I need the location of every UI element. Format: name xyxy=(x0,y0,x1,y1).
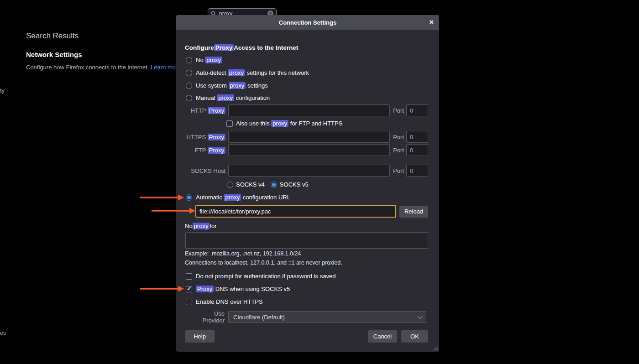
ftp-proxy-row: FTP Proxy Port xyxy=(185,144,428,156)
https-proxy-label: HTTPS Proxy xyxy=(185,134,225,140)
dns-provider-select[interactable]: Cloudflare (Default) xyxy=(228,311,426,323)
label-text: for xyxy=(210,223,216,229)
socks-version-row: SOCKS v4 SOCKS v5 xyxy=(227,181,428,188)
label-text: Automatic xyxy=(196,194,224,201)
ok-button[interactable]: OK xyxy=(401,330,428,343)
radio-icon[interactable] xyxy=(186,70,192,76)
help-button[interactable]: Help xyxy=(185,330,215,343)
annotation-arrow xyxy=(152,208,195,215)
ftp-proxy-label: FTP Proxy xyxy=(185,147,225,154)
use-provider-label: Use Provider xyxy=(195,310,225,324)
checkbox-label: Proxy DNS when using SOCKS v5 xyxy=(196,286,290,292)
port-label: Port xyxy=(393,134,404,140)
checkbox-row-dns-over-https[interactable]: Enable DNS over HTTPS xyxy=(186,298,428,305)
radio-label: Manual proxy configuration xyxy=(196,94,270,101)
checkbox-row-proxy-dns-socks5[interactable]: Proxy DNS when using SOCKS v5 xyxy=(186,286,428,292)
label-text: HTTPS xyxy=(187,134,208,140)
selected-provider-value: Cloudflare (Default) xyxy=(233,314,285,321)
label-text: DNS when using SOCKS v5 xyxy=(214,286,290,292)
learn-more-link[interactable]: Learn mor xyxy=(151,64,178,71)
checkbox-row-no-auth-prompt[interactable]: Do not prompt for authentication if pass… xyxy=(186,273,428,280)
radio-row-manual-proxy[interactable]: Manual proxy configuration xyxy=(186,94,428,101)
label-text: settings xyxy=(246,82,267,89)
radio-icon[interactable] xyxy=(186,83,192,89)
search-results-title: Search Results xyxy=(26,31,79,41)
reload-button[interactable]: Reload xyxy=(399,206,428,218)
socks-port-input[interactable] xyxy=(406,165,428,177)
search-highlight: Proxy xyxy=(196,286,214,292)
search-highlight: proxy xyxy=(224,194,241,201)
search-highlight: proxy xyxy=(271,120,288,127)
search-highlight: proxy xyxy=(217,94,234,101)
search-highlight: Proxy xyxy=(208,107,225,114)
label-text: SOCKS Host xyxy=(191,167,225,174)
http-proxy-row: HTTP Proxy Port xyxy=(185,104,428,116)
dialog-footer: Help Cancel OK xyxy=(185,330,428,343)
also-use-proxy-row[interactable]: Also use this proxy for FTP and HTTPS xyxy=(226,120,428,127)
label-text: Manual xyxy=(196,94,217,101)
socks-host-input[interactable] xyxy=(228,165,390,177)
ftp-port-input[interactable] xyxy=(406,144,428,156)
radio-icon[interactable] xyxy=(271,182,277,188)
radio-icon[interactable] xyxy=(186,95,192,101)
radio-row-auto-url[interactable]: Automatic proxy configuration URL xyxy=(186,194,428,201)
close-icon[interactable]: × xyxy=(429,18,434,27)
socks-v4-label: SOCKS v4 xyxy=(236,181,265,188)
radio-row-system-proxy[interactable]: Use system proxy settings xyxy=(186,82,428,89)
label-text: Configure xyxy=(185,44,214,51)
dialog-title: Connection Settings xyxy=(279,19,336,26)
http-proxy-label: HTTP Proxy xyxy=(185,107,225,114)
http-proxy-input[interactable] xyxy=(228,104,390,116)
radio-row-auto-detect[interactable]: Auto-detect proxy settings for this netw… xyxy=(186,69,428,76)
https-proxy-input[interactable] xyxy=(228,131,390,143)
no-proxy-for-textarea[interactable] xyxy=(185,232,428,249)
radio-icon[interactable] xyxy=(186,57,192,63)
network-settings-title: Network Settings xyxy=(26,51,82,58)
label-text: settings for this network xyxy=(245,69,309,76)
checkbox-label: Enable DNS over HTTPS xyxy=(196,298,263,305)
radio-label: Use system proxy settings xyxy=(196,82,268,89)
label-text: Do not prompt for authentication if pass… xyxy=(196,273,335,280)
ftp-proxy-input[interactable] xyxy=(228,144,390,156)
radio-icon[interactable] xyxy=(186,194,192,201)
http-port-input[interactable] xyxy=(406,104,428,116)
label-text: Access to the Internet xyxy=(234,44,298,51)
connection-settings-dialog: Connection Settings × Configure Proxy Ac… xyxy=(176,15,439,352)
search-highlight: proxy xyxy=(228,69,245,76)
port-label: Port xyxy=(393,147,404,154)
dns-provider-row: Use Provider Cloudflare (Default) xyxy=(195,310,426,324)
auto-proxy-url-input[interactable] xyxy=(195,205,396,218)
search-highlight: proxy xyxy=(205,57,222,63)
checkbox-icon[interactable] xyxy=(186,299,192,305)
socks-host-row: SOCKS Host Port xyxy=(185,165,428,177)
annotation-arrow xyxy=(140,194,184,202)
radio-row-no-proxy[interactable]: No proxy xyxy=(186,57,428,63)
checkbox-label: Also use this proxy for FTP and HTTPS xyxy=(236,120,342,127)
socks-v5-label: SOCKS v5 xyxy=(280,181,309,188)
label-text: Auto-detect xyxy=(196,69,228,76)
label-text: for FTP and HTTPS xyxy=(288,120,342,127)
checkbox-icon[interactable] xyxy=(186,286,192,292)
label-text: Also use this xyxy=(236,120,271,127)
resize-grip[interactable] xyxy=(433,345,438,350)
radio-label: Automatic proxy configuration URL xyxy=(196,194,290,201)
annotation-arrow xyxy=(140,286,184,293)
checkbox-icon[interactable] xyxy=(186,273,192,280)
radio-label: No proxy xyxy=(196,57,222,63)
https-port-input[interactable] xyxy=(406,131,428,143)
no-proxy-for-label: No proxy for xyxy=(185,223,428,229)
search-highlight: Proxy xyxy=(208,147,225,154)
checkbox-icon[interactable] xyxy=(226,120,233,127)
label-text: configuration URL xyxy=(241,194,290,201)
label-text: No xyxy=(196,57,205,63)
sidebar-text-fragment: es xyxy=(0,330,6,336)
no-proxy-example: Example: .mozilla.org, .net.nz, 192.168.… xyxy=(185,250,428,257)
search-highlight: Proxy xyxy=(208,134,225,140)
cancel-button[interactable]: Cancel xyxy=(368,330,397,343)
checkbox-label: Do not prompt for authentication if pass… xyxy=(196,273,335,280)
search-highlight: proxy xyxy=(229,82,246,89)
search-highlight: Proxy xyxy=(214,44,234,51)
label-text: No xyxy=(185,223,193,229)
radio-icon[interactable] xyxy=(227,182,233,188)
dialog-titlebar: Connection Settings × xyxy=(176,15,439,30)
